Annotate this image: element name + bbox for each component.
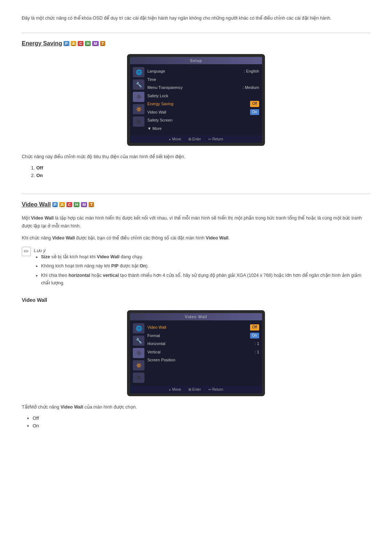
video-wall-section: Video Wall P A C H M T Một Video Wall là…	[22, 201, 370, 428]
btn-move-label: Move	[172, 137, 181, 141]
vw-menu-row-horizontal: Horizontal : 1	[147, 340, 259, 348]
note-content: Size sẽ bị tắt kích hoạt khi Video Wall …	[34, 253, 370, 287]
note-list: Size sẽ bị tắt kích hoạt khi Video Wall …	[41, 253, 370, 287]
note-icon: ✏	[22, 247, 31, 256]
vw-badge-p: P	[52, 202, 58, 207]
video-wall-list: Off On	[33, 415, 370, 428]
video-wall-monitor: Video Wall 🌐 🔧 ⚙ 🔅 🖥 Video Wall Off	[22, 310, 370, 396]
vw-menu-label-format: Format	[147, 333, 160, 339]
energy-saving-list: Off On	[36, 165, 370, 178]
divider-1	[22, 33, 370, 33]
menu-value-language: : English	[244, 68, 259, 74]
btn-return: ↩ Return	[208, 137, 223, 141]
vw-menu-row-position: Screen Position	[147, 356, 259, 364]
note-content-container: Lưu ý Size sẽ bị tắt kích hoạt khi Video…	[34, 248, 370, 288]
note-item-2: Không kích hoạt tính năng này khi PIP đư…	[41, 262, 370, 270]
vw-monitor-content: 🌐 🔧 ⚙ 🔅 🖥 Video Wall Off Format	[130, 320, 262, 386]
energy-saving-title-text: Energy Saving	[22, 40, 62, 47]
video-wall-desc2: Khi chức năng Video Wall được bật, bạn c…	[22, 234, 370, 242]
note-icon-container: ✏	[22, 248, 31, 256]
menu-label-time: Time	[147, 77, 156, 83]
icon-clock: 🔧	[133, 79, 144, 90]
vw-menu-value-horizontal: : 1	[255, 341, 259, 347]
menu-value-video-wall: On	[250, 109, 259, 115]
note-item-3: Khi chia theo horizontal hoặc vertical t…	[41, 272, 370, 287]
menu-label-safety-lock: Safety Lock	[147, 93, 168, 99]
vw-icon-2: 🔧	[133, 336, 144, 346]
video-wall-turn-desc: Tắt/Mở chức năng Video Wall của màn hình…	[22, 403, 370, 411]
vw-monitor-menu: Video Wall Off Format On Horizontal : 1	[147, 323, 259, 383]
monitor-outer: Setup 🌐 🔧 ⚙ 🔅 🖥 Language : English	[127, 54, 265, 146]
menu-row-energy-saving: Energy Saving Off	[147, 100, 259, 108]
icon-energy: ⚙	[133, 92, 144, 102]
vw-icon-5: 🖥	[133, 373, 144, 383]
menu-row-more: ▼ More	[147, 124, 259, 133]
video-wall-title-text: Video Wall	[22, 201, 51, 208]
icon-screen: 🖥	[133, 116, 144, 127]
video-wall-subsection-title: Video Wall	[22, 297, 370, 303]
return-icon: ↩	[208, 137, 211, 141]
vw-menu-row-vertical: Vertical : 1	[147, 348, 259, 356]
vw-btn-enter-label: Enter	[192, 387, 201, 391]
note-item-1: Size sẽ bị tắt kích hoạt khi Video Wall …	[41, 253, 370, 261]
badge-t: T	[100, 41, 106, 46]
vw-monitor-icons: 🌐 🔧 ⚙ 🔅 🖥	[133, 323, 144, 383]
monitor-titlebar: Setup	[130, 57, 262, 64]
vw-move-icon: ⬧	[169, 387, 171, 391]
monitor-content: 🌐 🔧 ⚙ 🔅 🖥 Language : English Time	[130, 64, 262, 135]
energy-saving-item-on: On	[36, 173, 370, 178]
vw-monitor-screen: Video Wall 🌐 🔧 ⚙ 🔅 🖥 Video Wall Off	[130, 313, 262, 393]
menu-row-language: Language : English	[147, 67, 259, 75]
video-wall-desc1: Một Video Wall là tập hợp các màn hình h…	[22, 214, 370, 230]
vw-menu-label-position: Screen Position	[147, 357, 175, 363]
vw-menu-row-videowall: Video Wall Off	[147, 323, 259, 332]
vw-badge-m: M	[81, 202, 87, 207]
vw-btn-move-label: Move	[172, 387, 181, 391]
vw-badge-t: T	[89, 202, 94, 207]
vw-badge-h: H	[74, 202, 79, 207]
energy-saving-item-off: Off	[36, 165, 370, 171]
icon-video: 🔅	[133, 104, 144, 114]
menu-label-transparency: Menu Transparency	[147, 85, 183, 91]
vw-enter-icon: ⊞	[188, 387, 191, 391]
enter-icon: ⊞	[188, 137, 191, 141]
intro-text: Đây là một chức năng có thể khóa OSD để …	[22, 15, 370, 22]
vw-menu-value-format: On	[250, 333, 259, 339]
vw-monitor-outer: Video Wall 🌐 🔧 ⚙ 🔅 🖥 Video Wall Off	[127, 310, 265, 396]
vw-badge-a: A	[59, 202, 65, 207]
badge-a: A	[71, 41, 77, 46]
btn-enter-label: Enter	[192, 137, 201, 141]
monitor-menu: Language : English Time Menu Transparenc…	[147, 67, 259, 132]
monitor-screen: Setup 🌐 🔧 ⚙ 🔅 🖥 Language : English	[130, 57, 262, 143]
badge-m: M	[92, 41, 98, 46]
btn-move: ⬧ Move	[169, 137, 181, 141]
menu-row-safety-lock: Safety Lock	[147, 92, 259, 100]
vw-icon-3: ⚙	[133, 348, 144, 358]
vw-menu-label-vertical: Vertical	[147, 349, 160, 355]
divider-2	[22, 194, 370, 194]
move-icon: ⬧	[169, 137, 171, 141]
menu-label-language: Language	[147, 68, 165, 74]
energy-saving-desc: Chức năng này điều chỉnh mức độ tiêu thụ…	[22, 153, 370, 161]
vw-item-on: On	[33, 423, 370, 428]
vw-btn-move: ⬧ Move	[169, 387, 181, 391]
btn-return-label: Return	[212, 137, 223, 141]
vw-menu-value-vertical: : 1	[255, 349, 259, 355]
menu-value-energy-saving: Off	[250, 101, 259, 107]
menu-label-video-wall: Video Wall	[147, 109, 166, 115]
menu-value-transparency: : Medium	[243, 85, 259, 91]
energy-saving-monitor: Setup 🌐 🔧 ⚙ 🔅 🖥 Language : English	[22, 54, 370, 146]
badge-p: P	[64, 41, 69, 46]
icon-globe: 🌐	[133, 67, 144, 77]
energy-saving-title: Energy Saving P A C H M T	[22, 40, 370, 47]
vw-monitor-titlebar: Video Wall	[130, 313, 262, 320]
vw-menu-label-videowall: Video Wall	[147, 324, 166, 331]
vw-monitor-bottombar: ⬧ Move ⊞ Enter ↩ Return	[130, 386, 262, 393]
vw-menu-label-horizontal: Horizontal	[147, 341, 166, 347]
menu-label-energy-saving: Energy Saving	[147, 101, 173, 107]
vw-menu-row-format: Format On	[147, 332, 259, 340]
menu-label-safety-screen: Safety Screen	[147, 117, 172, 123]
menu-row-video-wall: Video Wall On	[147, 108, 259, 116]
btn-enter: ⊞ Enter	[188, 137, 201, 141]
monitor-bottombar: ⬧ Move ⊞ Enter ↩ Return	[130, 135, 262, 143]
